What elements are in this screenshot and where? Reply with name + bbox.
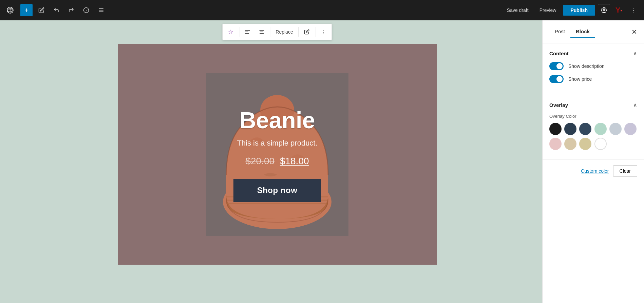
color-swatch-dark-slate[interactable] [579,123,591,135]
show-description-row: Show description [549,62,637,70]
product-title: Beanie [240,107,315,133]
preview-button[interactable]: Preview [535,5,561,15]
show-description-label: Show description [568,63,605,69]
color-swatch-dark-navy[interactable] [564,123,576,135]
product-card: Beanie This is a simple product. $20.00 … [118,44,437,265]
list-view-button[interactable] [95,4,107,16]
favorite-button[interactable]: ☆ [224,25,238,39]
top-bar-right: Save draft Preview Publish Y● ⋮ [503,4,640,16]
svg-point-7 [603,10,605,11]
color-swatch-light-pink[interactable] [549,138,562,150]
yoast-button[interactable]: Y● [613,4,625,16]
align-center-button[interactable] [255,25,268,39]
content-section-title: Content [549,51,569,56]
close-icon: ✕ [631,28,637,36]
product-overlay: Beanie This is a simple product. $20.00 … [118,44,437,265]
block-toolbar: ☆ Replace ⋮ [222,24,332,40]
add-block-button[interactable]: + [20,4,33,16]
product-description: This is a simple product. [237,139,317,148]
toolbar-divider-3 [299,27,299,37]
show-price-row: Show price [549,75,637,83]
panel-tabs: Post Block [549,26,595,38]
overlay-chevron-button[interactable]: ∧ [633,102,637,108]
align-left-button[interactable] [241,25,254,39]
block-more-button[interactable]: ⋮ [317,25,330,39]
more-options-button[interactable]: ⋮ [628,5,640,16]
toolbar-divider [239,27,239,37]
overlay-section-title: Overlay [549,102,568,108]
tab-block[interactable]: Block [570,26,595,38]
redo-button[interactable] [65,4,77,16]
settings-button[interactable] [598,4,610,16]
overlay-color-label: Overlay Color [549,114,637,119]
info-button[interactable] [80,4,92,16]
close-panel-button[interactable]: ✕ [631,28,637,36]
color-swatch-mint[interactable] [594,123,607,135]
color-swatches-row2 [549,138,637,150]
replace-button[interactable]: Replace [271,25,297,39]
star-icon: ☆ [228,28,233,36]
show-price-label: Show price [568,76,592,82]
undo-button[interactable] [50,4,62,16]
edit-button[interactable] [35,4,48,16]
toolbar-divider-4 [315,27,316,37]
content-section: Content ∧ Show description Show price [543,43,644,95]
product-price: $20.00 $18.00 [245,156,309,167]
show-price-toggle[interactable] [549,75,564,83]
product-card-wrapper: Beanie This is a simple product. $20.00 … [118,44,437,265]
editor-area: ☆ Replace ⋮ [12,20,542,303]
publish-button[interactable]: Publish [563,5,595,16]
edit-pencil-button[interactable] [300,25,314,39]
main-layout: ☆ Replace ⋮ [0,20,644,303]
color-swatch-light-beige[interactable] [579,138,591,150]
color-swatch-light-blue-gray[interactable] [609,123,622,135]
new-price: $18.00 [280,156,309,166]
wordpress-logo [4,4,16,16]
panel-footer: Custom color Clear [543,160,644,182]
custom-color-button[interactable]: Custom color [581,168,609,174]
save-draft-button[interactable]: Save draft [503,5,533,15]
content-chevron-button[interactable]: ∧ [633,50,637,57]
shop-now-button[interactable]: Shop now [233,179,321,202]
tab-post[interactable]: Post [549,26,570,38]
color-swatch-beige[interactable] [564,138,576,150]
content-section-header: Content ∧ [549,50,637,57]
left-sidebar [0,20,12,303]
overlay-section: Overlay ∧ Overlay Color [543,95,644,160]
old-price: $20.00 [245,156,274,166]
show-description-toggle[interactable] [549,62,564,70]
right-panel: Post Block ✕ Content ∧ Show description … [542,20,644,303]
color-swatch-white[interactable] [594,138,607,150]
panel-header: Post Block ✕ [543,20,644,43]
color-swatch-lavender[interactable] [624,123,637,135]
color-swatch-black[interactable] [549,123,562,135]
overlay-section-header: Overlay ∧ [549,102,637,108]
clear-button[interactable]: Clear [613,165,637,177]
top-toolbar: + Save draft Preview [0,0,644,20]
toolbar-divider-2 [270,27,270,37]
color-swatches [549,123,637,135]
